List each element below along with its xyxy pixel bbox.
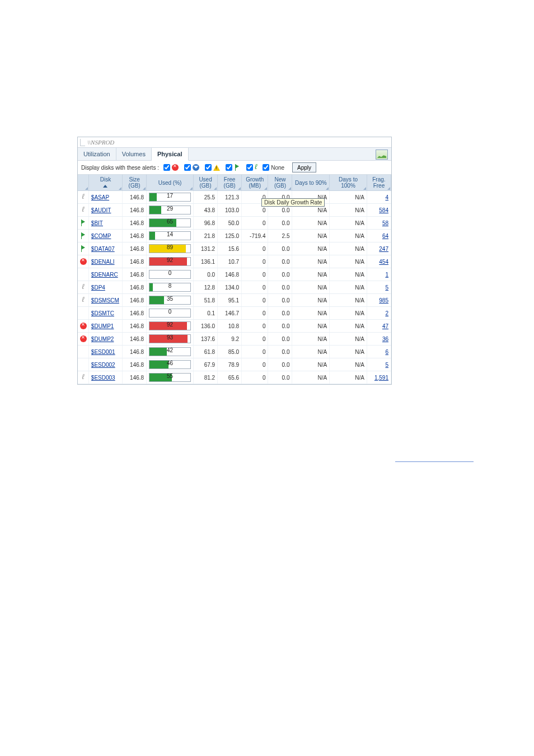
cell-new-gb: 0.0	[268, 255, 292, 268]
filter-checkbox-info[interactable]	[246, 164, 257, 171]
frag-free-link[interactable]: 454	[379, 259, 388, 265]
disk-link[interactable]: $ASAP	[91, 194, 109, 200]
used-pct-value: 29	[149, 206, 190, 212]
disk-link[interactable]: $DENARC	[91, 272, 118, 278]
col-growth[interactable]: Growth (MB)	[242, 175, 268, 191]
disk-link[interactable]: $ESD002	[91, 362, 115, 368]
cell-free-gb: 10.7	[218, 255, 242, 268]
cell-frag-free: 454	[367, 255, 391, 268]
tab-utilization[interactable]: Utilization	[78, 148, 116, 160]
table-row: $DENARC146.800.0146.800.0N/AN/A1	[78, 268, 391, 281]
cell-used-gb: 12.8	[194, 281, 218, 294]
cell-disk: $DSMTC	[88, 307, 122, 320]
col-used-pct[interactable]: Used (%)	[147, 175, 194, 191]
cell-growth: 0	[242, 358, 268, 371]
cell-size: 146.8	[123, 204, 147, 217]
table-header-row: Disk Size (GB) Used (%) Used (GB) Free (…	[78, 175, 391, 191]
col-size[interactable]: Size (GB)	[123, 175, 147, 191]
cell-used-pct: 8	[147, 281, 194, 294]
cell-days-90: N/A	[292, 320, 330, 333]
cell-frag-free: 985	[367, 294, 391, 307]
cell-size: 146.8	[123, 320, 147, 333]
cell-status	[78, 191, 88, 204]
cell-size: 146.8	[123, 307, 147, 320]
table-row: $DATA07146.889131.215.600.0N/AN/A247	[78, 242, 391, 255]
cell-used-pct: 0	[147, 307, 194, 320]
chart-icon[interactable]	[376, 150, 388, 160]
frag-free-link[interactable]: 47	[382, 323, 388, 329]
cell-used-gb: 96.8	[194, 217, 218, 230]
cell-used-pct: 65	[147, 217, 194, 230]
cell-free-gb: 95.1	[218, 294, 242, 307]
col-days-100[interactable]: Days to 100%	[330, 175, 367, 191]
filter-checkbox-critical[interactable]	[163, 164, 179, 171]
disk-link[interactable]: $DSMSCM	[91, 297, 119, 304]
disk-link[interactable]: $ESD001	[91, 349, 115, 355]
tab-volumes[interactable]: Volumes	[116, 148, 152, 160]
filter-checkbox-flag[interactable]	[226, 164, 241, 171]
frag-free-link[interactable]: 64	[382, 233, 388, 239]
table-row: $COMP146.81421.8125.0-719.42.5N/AN/A64	[78, 230, 391, 242]
frag-free-link[interactable]: 58	[382, 220, 388, 226]
info-icon	[82, 194, 84, 200]
used-pct-value: 8	[149, 283, 190, 289]
breadcrumb: \\NSPROD	[87, 139, 114, 146]
filter-checkbox-none[interactable]: None	[263, 164, 284, 171]
disk-link[interactable]: $COMP	[91, 233, 111, 239]
tab-physical[interactable]: Physical	[152, 148, 189, 161]
cell-growth: 0	[242, 307, 268, 320]
col-status[interactable]	[78, 175, 88, 191]
flag-icon	[234, 164, 241, 171]
disk-link[interactable]: $AUDIT	[91, 207, 111, 213]
col-free-gb[interactable]: Free (GB)	[218, 175, 242, 191]
cell-size: 146.8	[123, 217, 147, 230]
frag-free-link[interactable]: 5	[385, 284, 388, 291]
used-pct-value: 0	[149, 270, 190, 276]
cell-used-pct: 92	[147, 320, 194, 333]
apply-button[interactable]: Apply	[292, 162, 316, 172]
cell-status	[78, 371, 88, 384]
frag-free-link[interactable]: 2	[385, 310, 388, 316]
col-days-90[interactable]: Days to 90%	[292, 175, 330, 191]
cell-disk: $DENARC	[88, 268, 122, 281]
cell-used-gb: 137.6	[194, 333, 218, 346]
frag-free-link[interactable]: 6	[385, 349, 388, 355]
disk-link[interactable]: $DSMTC	[91, 310, 114, 316]
cell-growth: 0	[242, 333, 268, 346]
frag-free-link[interactable]: 4	[385, 194, 388, 200]
cell-days-100: N/A	[330, 217, 367, 230]
cell-days-100: N/A	[330, 268, 367, 281]
disk-link[interactable]: $DUMP1	[91, 323, 114, 329]
frag-free-link[interactable]: 5	[385, 362, 388, 368]
table-row: $DP4146.8812.8134.000.0N/AN/A5	[78, 281, 391, 294]
info-icon	[82, 284, 84, 291]
frag-free-link[interactable]: 247	[379, 246, 388, 252]
cell-growth: 0	[242, 371, 268, 384]
col-frag-free[interactable]: Frag. Free	[367, 175, 391, 191]
disk-link[interactable]: $DP4	[91, 284, 105, 291]
disk-link[interactable]: $BIT	[91, 220, 103, 226]
disk-link[interactable]: $DENALI	[91, 259, 115, 265]
cell-free-gb: 121.3	[218, 191, 242, 204]
col-disk[interactable]: Disk	[88, 175, 122, 191]
frag-free-link[interactable]: 36	[382, 336, 388, 342]
filter-checkbox-warning[interactable]	[205, 164, 220, 171]
disk-link[interactable]: $DUMP2	[91, 336, 114, 342]
cell-used-pct: 14	[147, 230, 194, 242]
frag-free-link[interactable]: 584	[379, 207, 388, 213]
filter-checkbox-down[interactable]	[184, 164, 199, 171]
col-new[interactable]: New (GB)	[268, 175, 292, 191]
alert-filter-row: Display disks with these alerts : None A…	[78, 161, 391, 175]
cell-status	[78, 333, 88, 346]
cell-status	[78, 255, 88, 268]
disk-link[interactable]: $DATA07	[91, 246, 115, 252]
frag-free-link[interactable]: 1,591	[374, 375, 388, 381]
cell-days-100: N/A	[330, 346, 367, 358]
frag-free-link[interactable]: 985	[379, 297, 388, 304]
cell-days-90: N/A	[292, 371, 330, 384]
disk-link[interactable]: $ESD003	[91, 375, 115, 381]
cell-days-100: N/A	[330, 242, 367, 255]
col-used-gb[interactable]: Used (GB)	[194, 175, 218, 191]
frag-free-link[interactable]: 1	[385, 272, 388, 278]
cell-size: 146.8	[123, 358, 147, 371]
